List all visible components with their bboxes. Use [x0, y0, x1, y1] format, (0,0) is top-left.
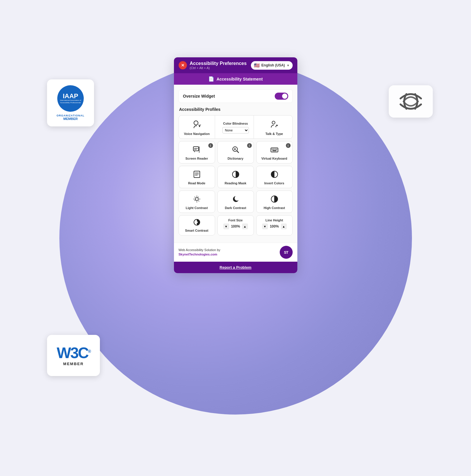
line-height-increase[interactable]: ▲: [281, 223, 287, 229]
font-size-decrease[interactable]: ▼: [223, 223, 229, 229]
talk-type-label: Talk & Type: [265, 132, 283, 136]
features-grid: i Screen Reader i A: [179, 141, 293, 213]
smart-contrast-cell[interactable]: Smart Contrast: [179, 215, 215, 236]
widget-title: Accessibility Preferences: [190, 61, 247, 66]
reading-mask-icon: [232, 170, 240, 180]
light-contrast-icon: [193, 195, 201, 204]
high-contrast-tile[interactable]: High Contrast: [256, 191, 293, 213]
read-mode-icon: [193, 170, 201, 180]
w3c-badge: W3C® MEMBER: [47, 335, 100, 376]
accessibility-widget-panel: ✕ Accessibility Preferences (Ctrl + Alt …: [174, 57, 297, 273]
statement-label: Accessibility Statement: [217, 77, 263, 81]
invert-colors-icon: [270, 170, 279, 180]
dictionary-label: Dictionary: [228, 157, 244, 160]
screen-reader-label: Screen Reader: [185, 157, 208, 160]
profiles-section-title: Accessibility Profiles: [179, 107, 293, 112]
w3c-logo-text: W3C: [57, 344, 88, 361]
dark-contrast-label: Dark Contrast: [225, 206, 246, 210]
svg-point-2: [272, 121, 275, 124]
reading-mask-tile[interactable]: Reading Mask: [217, 166, 254, 188]
language-button[interactable]: 🇺🇸 English (USA) ▼: [251, 61, 293, 70]
statement-bar[interactable]: 📄 Accessibility Statement: [174, 73, 297, 85]
invert-colors-label: Invert Colors: [264, 181, 284, 185]
bottom-controls-row: Smart Contrast Font Size ▼ 100% ▲ Line H…: [179, 215, 293, 236]
iaap-org-label: ORGANIZATIONAL: [57, 114, 85, 117]
report-problem-button[interactable]: Report a Problem: [174, 262, 297, 273]
close-button[interactable]: ✕: [179, 61, 187, 69]
light-contrast-label: Light Contrast: [186, 206, 208, 210]
svg-point-19: [196, 221, 198, 223]
svg-point-15: [195, 198, 198, 201]
color-blindness-select[interactable]: None Protanopia Deuteranopia Tritanopia: [222, 127, 249, 133]
talk-type-icon: [269, 120, 279, 130]
dark-contrast-tile[interactable]: Dark Contrast: [217, 191, 254, 213]
title-block: Accessibility Preferences (Ctrl + Alt + …: [190, 61, 247, 70]
smart-contrast-icon: [193, 218, 201, 227]
font-size-controls: ▼ 100% ▲: [223, 223, 248, 229]
color-blindness-cell: Color Blindness None Protanopia Deuteran…: [217, 116, 254, 138]
virtual-keyboard-info[interactable]: i: [286, 143, 291, 148]
screen-reader-info[interactable]: i: [208, 143, 213, 148]
w3c-logo: W3C®: [57, 345, 90, 360]
high-contrast-icon: [270, 195, 279, 204]
oversize-widget-row: Oversize Widget: [179, 89, 293, 103]
statement-icon: 📄: [208, 76, 214, 82]
svg-point-0: [194, 121, 198, 125]
screen-reader-tile[interactable]: i Screen Reader: [179, 141, 215, 163]
font-size-label: Font Size: [228, 218, 243, 222]
footer-text-line1: Web Accessibility Solution by: [179, 248, 220, 252]
w3c-reg: ®: [88, 349, 90, 353]
reading-mask-label: Reading Mask: [225, 181, 247, 185]
voice-navigation-cell[interactable]: Voice Navigation: [179, 116, 215, 138]
header-left: ✕ Accessibility Preferences (Ctrl + Alt …: [179, 61, 247, 70]
oversize-toggle[interactable]: [275, 93, 288, 100]
footer-link[interactable]: SkynetTechnologies.com: [179, 253, 217, 256]
iaap-subtitle: International Association of Accessibili…: [57, 99, 84, 104]
language-label: English (USA): [262, 63, 285, 67]
virtual-keyboard-icon: [270, 146, 279, 155]
light-contrast-tile[interactable]: Light Contrast: [179, 191, 215, 213]
virtual-keyboard-label: Virtual Keyboard: [262, 157, 287, 160]
svg-rect-3: [193, 147, 199, 151]
iaap-member-label: MEMBER: [63, 117, 78, 121]
smart-contrast-label: Smart Contrast: [185, 229, 208, 232]
dictionary-info[interactable]: i: [247, 143, 252, 148]
dictionary-icon: A: [232, 146, 240, 155]
voice-nav-icon: [192, 120, 202, 130]
read-mode-tile[interactable]: Read Mode: [179, 166, 215, 188]
virtual-keyboard-tile[interactable]: i Virtual Keyboard: [256, 141, 293, 163]
svg-rect-7: [272, 149, 273, 150]
iaap-title: IAAP: [63, 93, 78, 99]
footer-logo: ST: [280, 246, 293, 259]
svg-rect-6: [271, 148, 278, 152]
widget-header: ✕ Accessibility Preferences (Ctrl + Alt …: [174, 57, 297, 73]
iaap-badge: IAAP International Association of Access…: [47, 79, 94, 126]
line-height-cell: Line Height ▼ 100% ▲: [256, 215, 293, 236]
widget-subtitle: (Ctrl + Alt + A): [190, 66, 247, 70]
font-size-cell: Font Size ▼ 100% ▲: [217, 215, 254, 236]
line-height-decrease[interactable]: ▼: [262, 223, 268, 229]
font-size-value: 100%: [230, 224, 241, 228]
svg-point-1: [199, 126, 200, 127]
footer-text: Web Accessibility Solution by SkynetTech…: [179, 248, 220, 257]
color-blind-title: Color Blindness: [223, 122, 248, 125]
svg-rect-9: [275, 149, 276, 150]
screen-reader-icon: [193, 146, 201, 155]
w3c-member-label: MEMBER: [63, 362, 84, 366]
svg-text:A: A: [234, 148, 236, 151]
dictionary-tile[interactable]: i A Dictionary: [217, 141, 254, 163]
squarespace-badge: [389, 85, 433, 118]
svg-rect-11: [272, 150, 276, 151]
widget-body: Oversize Widget Accessibility Profiles V: [174, 85, 297, 243]
profiles-top-row: Voice Navigation Color Blindness None Pr…: [179, 115, 293, 139]
line-height-controls: ▼ 100% ▲: [262, 223, 287, 229]
svg-rect-8: [273, 149, 274, 150]
line-height-value: 100%: [269, 224, 280, 228]
oversize-label: Oversize Widget: [183, 94, 215, 98]
font-size-increase[interactable]: ▲: [242, 223, 248, 229]
high-contrast-label: High Contrast: [264, 206, 285, 210]
widget-footer: Web Accessibility Solution by SkynetTech…: [174, 243, 297, 262]
talk-type-cell[interactable]: Talk & Type: [256, 116, 292, 138]
line-height-label: Line Height: [266, 218, 283, 222]
invert-colors-tile[interactable]: Invert Colors: [256, 166, 293, 188]
